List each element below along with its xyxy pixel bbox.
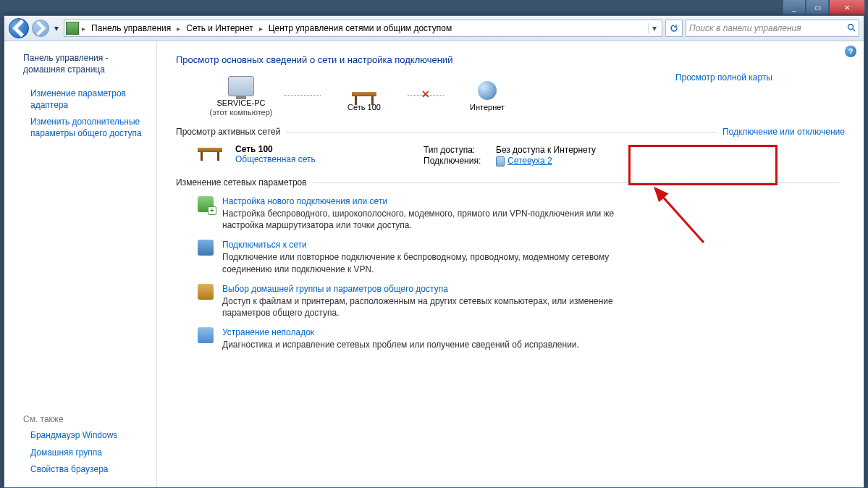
address-bar[interactable]: ▸ Панель управления ▸ Сеть и Интернет ▸ … [64, 20, 662, 37]
search-icon[interactable] [847, 23, 856, 34]
search-input[interactable]: Поиск в панели управления [686, 20, 859, 37]
search-placeholder: Поиск в панели управления [689, 23, 801, 33]
breadcrumb-item[interactable]: Панель управления [88, 20, 174, 36]
sidebar-adapter-settings-link[interactable]: Изменение параметров адаптера [4, 85, 156, 114]
svg-line-1 [853, 29, 855, 31]
task-item: Выбор домашней группы и параметров общег… [198, 284, 845, 319]
task-link[interactable]: Настройка нового подключения или сети [222, 196, 628, 206]
sidebar-firewall-link[interactable]: Брандмауэр Windows [4, 427, 156, 445]
active-network-row: Сеть 100 Общественная сеть Тип доступа: … [198, 144, 845, 167]
globe-icon [478, 81, 497, 100]
chevron-right-icon[interactable]: ▸ [175, 25, 182, 33]
task-item: Подключиться к сетиПодключение или повто… [198, 240, 845, 274]
address-dropdown[interactable]: ▾ [648, 23, 660, 33]
map-node-internet: Интернет [444, 80, 531, 112]
explorer-window: ▾ ▸ Панель управления ▸ Сеть и Интернет … [4, 15, 864, 488]
connections-label: Подключения: [424, 156, 496, 167]
sidebar: Панель управления - домашняя страница Из… [4, 41, 157, 487]
page-title: Просмотр основных сведений о сети и наст… [176, 54, 845, 65]
view-full-map-link[interactable]: Просмотр полной карты [675, 72, 772, 83]
main-content: ? Просмотр основных сведений о сети и на… [157, 41, 864, 487]
task-icon [198, 327, 214, 343]
svg-point-0 [848, 24, 854, 29]
map-node-this-pc: SERVICE-PC (этот компьютер) [198, 75, 285, 117]
connect-disconnect-link[interactable]: Подключение или отключение [722, 127, 845, 137]
section-label: Изменение сетевых параметров [176, 177, 307, 188]
active-network-name: Сеть 100 [235, 144, 380, 154]
section-active-networks: Просмотр активных сетей Подключение или … [176, 127, 845, 137]
task-link[interactable]: Подключиться к сети [222, 240, 628, 250]
task-description: Доступ к файлам и принтерам, расположенн… [222, 295, 628, 319]
breadcrumb-item[interactable]: Сеть и Интернет [183, 20, 256, 36]
window-close-button[interactable]: ✕ [829, 0, 865, 15]
task-description: Подключение или повторное подключение к … [222, 251, 628, 274]
nav-forward-button[interactable] [32, 20, 49, 37]
task-icon [198, 284, 214, 300]
task-icon [198, 196, 214, 212]
task-item: Настройка нового подключения или сетиНас… [198, 196, 845, 231]
breadcrumb-item[interactable]: Центр управления сетями и общим доступом [266, 20, 455, 36]
window-minimize-button[interactable]: _ [783, 0, 806, 15]
task-description: Диагностика и исправление сетевых пробле… [222, 339, 579, 350]
computer-icon [228, 76, 254, 96]
map-node-network: Сеть 100 [321, 80, 408, 112]
navigation-bar: ▾ ▸ Панель управления ▸ Сеть и Интернет … [4, 16, 864, 41]
task-link[interactable]: Выбор домашней группы и параметров общег… [222, 284, 628, 294]
help-icon[interactable]: ? [845, 46, 856, 57]
location-icon [66, 22, 79, 35]
refresh-button[interactable] [665, 20, 683, 37]
chevron-right-icon[interactable]: ▸ [258, 25, 264, 33]
task-item: Устранение неполадокДиагностика и исправ… [198, 327, 845, 350]
connection-line-broken [408, 95, 444, 97]
sidebar-home-link[interactable]: Панель управления - домашняя страница [4, 50, 156, 78]
section-label: Просмотр активных сетей [176, 127, 280, 137]
access-type-value: Без доступа к Интернету [496, 145, 596, 155]
chevron-right-icon[interactable]: ▸ [80, 25, 87, 33]
network-adapter-icon [496, 156, 505, 167]
bench-icon [198, 148, 222, 152]
nav-history-dropdown[interactable]: ▾ [52, 21, 61, 35]
task-description: Настройка беспроводного, широкополосного… [222, 208, 628, 231]
sidebar-homegroup-link[interactable]: Домашняя группа [4, 445, 156, 462]
sidebar-advanced-sharing-link[interactable]: Изменить дополнительные параметры общего… [4, 114, 156, 142]
task-icon [198, 240, 214, 256]
connection-line [285, 95, 321, 97]
sidebar-see-also-heading: См. также [4, 411, 156, 427]
connection-link[interactable]: Сетевуха 2 [496, 156, 552, 167]
active-network-type-link[interactable]: Общественная сеть [235, 154, 380, 164]
nav-back-button[interactable] [9, 18, 29, 38]
section-change-params: Изменение сетевых параметров [176, 177, 845, 188]
sidebar-browser-properties-link[interactable]: Свойства браузера [4, 461, 156, 479]
bench-icon [352, 92, 376, 96]
task-link[interactable]: Устранение неполадок [222, 327, 579, 337]
window-maximize-button[interactable]: ▭ [806, 0, 829, 15]
access-type-label: Тип доступа: [424, 145, 496, 155]
